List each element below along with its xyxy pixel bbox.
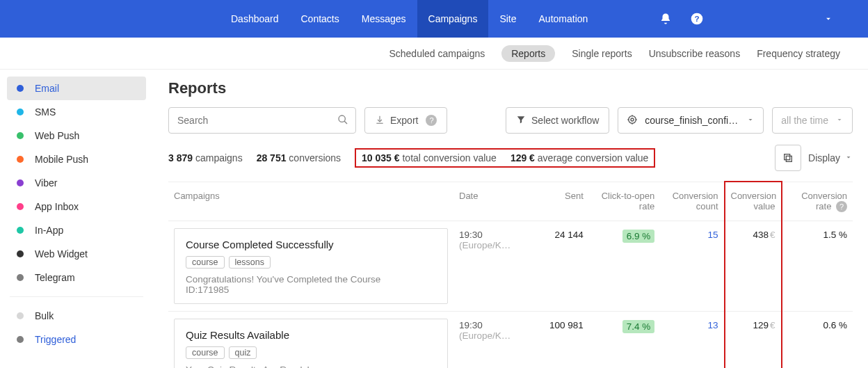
conversion-value-highlight: 10 035 € total conversion value 129 € av… (355, 148, 655, 168)
svg-point-5 (631, 118, 634, 121)
svg-point-2 (339, 115, 345, 122)
subtab-single[interactable]: Single reports (572, 48, 632, 59)
th-date[interactable]: Date (453, 182, 525, 221)
sidebar-item-triggered[interactable]: Triggered (7, 328, 146, 351)
th-campaigns[interactable]: Campaigns (168, 182, 453, 221)
tag[interactable]: quiz (229, 346, 257, 359)
subtab-scheduled[interactable]: Scheduled campaigns (389, 48, 485, 59)
table-row[interactable]: Quiz Results Available course quiz Your … (168, 311, 853, 368)
main-content: Reports Export ? Sele (153, 70, 868, 368)
search-input[interactable] (176, 108, 337, 133)
subtab-unsub[interactable]: Unsubscribe reasons (649, 48, 741, 59)
sidebar-item-label: Web Widget (35, 248, 88, 259)
account-chevron-icon[interactable] (823, 14, 833, 24)
search-input-wrap (168, 107, 356, 134)
stat-conversions: 28 751 conversions (257, 152, 341, 163)
nav-messages[interactable]: Messages (351, 0, 417, 38)
svg-point-4 (629, 115, 636, 123)
bell-icon[interactable] (659, 13, 672, 25)
sidebar-item-label: Email (35, 83, 59, 94)
topnav-items: Dashboard Contacts Messages Campaigns Si… (220, 0, 599, 38)
topnav-right: ? (659, 12, 854, 26)
cell-tz: (Europe/K… (459, 240, 520, 250)
campaign-tags: course quiz (186, 346, 436, 359)
dot-icon (17, 203, 24, 210)
stat-avg-value-label: average conversion value (538, 152, 649, 163)
sidebar-item-label: Web Push (35, 130, 79, 141)
th-conv-value[interactable]: Conversion value (725, 182, 782, 221)
cell-cto: 6.9 % (622, 230, 655, 243)
export-label: Export (390, 115, 418, 126)
sidebar-item-viber[interactable]: Viber (7, 171, 146, 195)
th-conv-rate[interactable]: Conversion rate ? (782, 182, 853, 221)
sidebar-item-webpush[interactable]: Web Push (7, 124, 146, 147)
nav-site[interactable]: Site (488, 0, 527, 38)
sidebar-item-appinbox[interactable]: App Inbox (7, 195, 146, 218)
display-label: Display (808, 152, 840, 163)
dot-icon (17, 274, 24, 281)
sidebar-item-mobilepush[interactable]: Mobile Push (7, 147, 146, 171)
select-workflow-button[interactable]: Select workflow (506, 107, 609, 134)
dot-icon (17, 109, 24, 115)
nav-dashboard[interactable]: Dashboard (220, 0, 290, 38)
th-sent[interactable]: Sent (525, 182, 589, 221)
sidebar-item-telegram[interactable]: Telegram (7, 266, 146, 289)
nav-campaigns[interactable]: Campaigns (417, 0, 489, 38)
help-icon[interactable]: ? (690, 12, 704, 26)
nav-contacts[interactable]: Contacts (290, 0, 351, 38)
campaign-subtitle: Your Quiz Results Are Ready! (186, 365, 436, 369)
nav-automation[interactable]: Automation (528, 0, 600, 38)
select-workflow-label: Select workflow (531, 115, 599, 126)
campaign-card[interactable]: Course Completed Successfully course les… (174, 228, 448, 304)
dot-icon (17, 227, 24, 234)
period-label: all the time (781, 115, 828, 126)
cell-sent: 24 144 (525, 221, 589, 311)
help-icon[interactable]: ? (426, 115, 437, 126)
controls-row: Export ? Select workflow course_finish_c… (168, 107, 853, 134)
table-row[interactable]: Course Completed Successfully course les… (168, 221, 853, 311)
cell-cto: 7.4 % (622, 320, 655, 333)
sidebar-item-label: Bulk (35, 310, 54, 321)
tag[interactable]: lessons (229, 256, 271, 269)
sidebar-item-label: Triggered (35, 334, 76, 345)
page-title: Reports (168, 79, 853, 97)
stat-total-value-label: total conversion value (402, 152, 496, 163)
sidebar-item-sms[interactable]: SMS (7, 100, 146, 124)
th-cto[interactable]: Click-to-open rate (589, 182, 661, 221)
stat-conversions-label: conversions (289, 152, 341, 163)
stat-campaigns-label: campaigns (195, 152, 243, 163)
sidebar-item-email[interactable]: Email (7, 77, 146, 100)
target-icon (627, 114, 638, 127)
workflow-select[interactable]: course_finish_confirm… (618, 107, 764, 134)
chevron-down-icon (844, 152, 853, 163)
cell-conv-count[interactable]: 13 (707, 320, 718, 330)
sidebar-item-bulk[interactable]: Bulk (7, 304, 146, 328)
export-button[interactable]: Export ? (364, 107, 447, 134)
campaign-card[interactable]: Quiz Results Available course quiz Your … (174, 319, 448, 369)
stats-row: 3 879 campaigns 28 751 conversions 10 03… (168, 145, 853, 171)
campaign-subtitle: Congratulations! You've Completed the Co… (186, 274, 436, 285)
tag[interactable]: course (186, 256, 225, 269)
subtab-freq[interactable]: Frequency strategy (757, 48, 840, 59)
svg-line-3 (344, 121, 347, 124)
help-icon[interactable]: ? (836, 201, 847, 212)
stat-conversions-value: 28 751 (257, 152, 287, 163)
cell-conv-rate: 0.6 % (823, 320, 847, 330)
subtab-reports[interactable]: Reports (501, 45, 555, 62)
copy-button[interactable] (775, 145, 801, 171)
display-toggle[interactable]: Display (808, 152, 853, 163)
sidebar-item-inapp[interactable]: In-App (7, 218, 146, 242)
cell-conv-rate: 1.5 % (823, 230, 847, 240)
sidebar-item-webwidget[interactable]: Web Widget (7, 242, 146, 266)
th-conv-count[interactable]: Conversion count (660, 182, 724, 221)
stat-campaigns-value: 3 879 (168, 152, 193, 163)
stat-avg-value-n: 129 € (511, 152, 535, 163)
cell-time: 19:30 (459, 230, 520, 240)
cell-time: 19:30 (459, 320, 520, 330)
sidebar-item-label: In-App (35, 225, 63, 236)
period-select[interactable]: all the time (772, 107, 853, 134)
search-icon[interactable] (337, 114, 348, 127)
stat-avg-value: 129 € average conversion value (511, 152, 648, 163)
cell-conv-count[interactable]: 15 (707, 230, 718, 240)
tag[interactable]: course (186, 346, 225, 359)
